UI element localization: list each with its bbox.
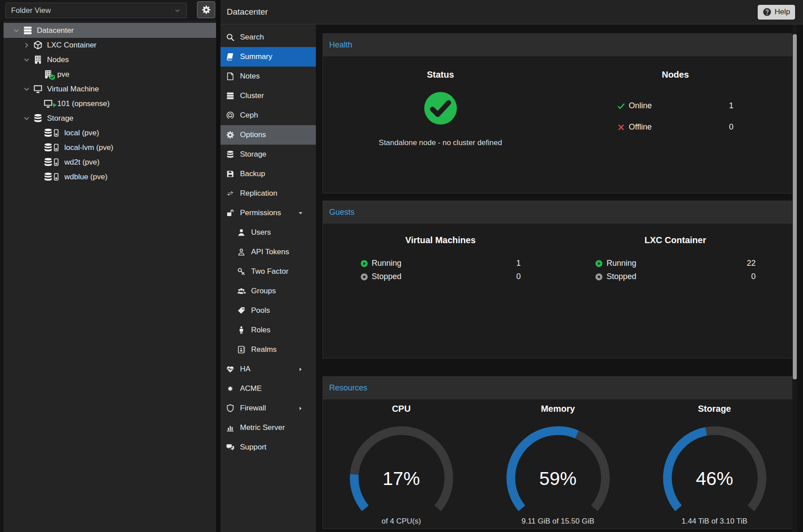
shield-icon [226, 404, 235, 413]
menu-item-label: Firewall [240, 404, 266, 413]
cluster-status-message: Standalone node - no cluster defined [379, 138, 502, 147]
search-icon [226, 33, 235, 42]
menu-item-firewall[interactable]: Firewall [220, 398, 316, 418]
menu-item-label: Ceph [240, 111, 258, 120]
menu-item-metric-server[interactable]: Metric Server [220, 418, 316, 437]
storage-icon [43, 142, 60, 153]
menu-item-label: Cluster [240, 91, 264, 100]
tree-item-nodes[interactable]: Nodes [4, 52, 216, 67]
nodes-heading: Nodes [662, 70, 689, 80]
server-icon [23, 25, 33, 35]
guest-group-lxc-container: LXC ContainerRunning22Stopped0 [558, 224, 793, 358]
expander-down-icon[interactable] [23, 56, 31, 64]
page-title: Datacenter [227, 7, 268, 17]
tree-view-selector[interactable]: Folder View [5, 3, 187, 18]
menu-item-realms[interactable]: Realms [220, 340, 316, 359]
expander-down-icon[interactable] [12, 27, 20, 35]
replication-icon [226, 189, 235, 198]
menu-item-search[interactable]: Search [220, 28, 316, 47]
menu-item-ceph[interactable]: Ceph [220, 106, 316, 125]
caret-down-icon [298, 210, 303, 216]
datacenter-menu: SearchSummaryNotesClusterCephOptionsStor… [220, 24, 316, 532]
menu-item-label: Metric Server [240, 423, 285, 432]
tree-item-storage[interactable]: Storage [4, 111, 216, 126]
menu-item-storage[interactable]: Storage [220, 145, 316, 164]
menu-item-support[interactable]: Support [220, 437, 316, 457]
menu-item-roles[interactable]: Roles [220, 320, 316, 340]
monitor-icon [33, 84, 43, 94]
tag-icon [237, 306, 246, 315]
drive-icon [52, 173, 60, 181]
guests-panel: Guests Virtual MachinesRunning1Stopped0L… [323, 201, 793, 359]
menu-item-users[interactable]: Users [220, 223, 316, 242]
tree-item-wdblue-pve[interactable]: wdblue (pve) [4, 169, 216, 184]
db-icon [33, 113, 43, 123]
menu-item-ha[interactable]: HA [220, 359, 316, 379]
cluster-status-column: Status Standalone node - no cluster defi… [323, 56, 558, 193]
menu-item-groups[interactable]: Groups [220, 281, 316, 301]
menu-item-api-tokens[interactable]: API Tokens [220, 242, 316, 262]
vertical-scrollbar[interactable] [792, 24, 797, 532]
tree-item-pve[interactable]: pve [4, 67, 216, 82]
check-icon [617, 102, 625, 110]
expander-down-icon[interactable] [23, 85, 31, 93]
guest-status-label: Running [606, 259, 636, 268]
tree-item-datacenter[interactable]: Datacenter [4, 23, 216, 38]
guest-status-value: 0 [516, 272, 521, 281]
db-icon [226, 150, 235, 159]
storage-icon [43, 157, 60, 167]
guests-panel-header: Guests [323, 201, 793, 224]
node-status-row: Offline0 [617, 122, 733, 132]
storage-icon [43, 172, 60, 182]
menu-item-pools[interactable]: Pools [220, 301, 316, 320]
tree-item-lxc-container[interactable]: LXC Container [4, 38, 216, 52]
ceph-icon [226, 111, 235, 120]
tree-item-101-opnsense[interactable]: 101 (opnsense) [4, 96, 216, 111]
menu-item-backup[interactable]: Backup [220, 164, 316, 184]
monitor-icon [33, 84, 43, 94]
tree-item-local-pve[interactable]: local (pve) [4, 126, 216, 140]
drive-icon [52, 129, 60, 137]
stop-circle-icon [595, 273, 603, 281]
tree-item-label: Virtual Machine [47, 85, 99, 94]
building-icon [43, 69, 53, 79]
menu-item-summary[interactable]: Summary [220, 47, 316, 67]
menu-item-label: Summary [240, 52, 272, 61]
guest-group-heading: Virtual Machines [405, 235, 476, 245]
tree-item-label: Nodes [47, 55, 69, 64]
gauge-memory: Memory59%9.11 GiB of 15.50 GiB [480, 399, 636, 528]
menu-item-cluster[interactable]: Cluster [220, 86, 316, 106]
tree-item-wd2t-pve[interactable]: wd2t (pve) [4, 155, 216, 169]
book-icon [226, 52, 235, 61]
gauge-detail: of 4 CPU(s) [382, 517, 421, 526]
guest-status-row: Running22 [595, 259, 756, 268]
menu-item-options[interactable]: Options [220, 125, 316, 145]
menu-item-acme[interactable]: ACME [220, 379, 316, 398]
tree-item-virtual-machine[interactable]: Virtual Machine [4, 82, 216, 96]
tree-item-local-lvm-pve[interactable]: local-lvm (pve) [4, 140, 216, 155]
menu-item-two-factor[interactable]: Two Factor [220, 262, 316, 281]
expander-down-icon[interactable] [23, 114, 31, 122]
scrollbar-thumb[interactable] [793, 34, 797, 379]
user-icon [237, 228, 246, 237]
storage-icon [43, 128, 60, 138]
drive-icon [52, 143, 60, 152]
tree-item-label: local (pve) [64, 129, 99, 138]
gauge-detail: 1.44 TiB of 3.10 TiB [681, 517, 747, 526]
check-circle-icon [422, 90, 459, 127]
menu-item-permissions[interactable]: Permissions [220, 203, 316, 223]
menu-item-replication[interactable]: Replication [220, 184, 316, 203]
heartbeat-icon [226, 365, 235, 374]
gauge-detail: 9.11 GiB of 15.50 GiB [521, 517, 594, 526]
status-heading: Status [427, 70, 454, 80]
expander-right-icon[interactable] [23, 41, 31, 49]
acme-icon [226, 384, 235, 393]
guest-status-value: 22 [747, 259, 756, 268]
help-button[interactable]: Help [758, 5, 795, 20]
tree-settings-button[interactable] [197, 1, 215, 18]
menu-item-notes[interactable]: Notes [220, 67, 316, 86]
menu-item-label: API Tokens [251, 248, 289, 256]
guest-status-value: 1 [516, 259, 521, 268]
guest-status-value: 0 [751, 272, 756, 281]
caret-right-icon [298, 406, 303, 411]
